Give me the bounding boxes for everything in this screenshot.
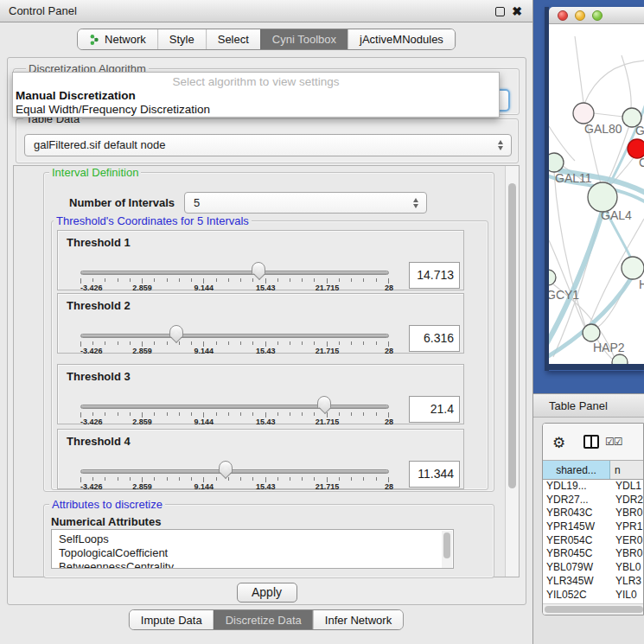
select-columns-icon[interactable]: ☑☑	[605, 436, 622, 448]
cell-name[interactable]: YBR0	[610, 547, 643, 561]
cell-name[interactable]: YLR3	[610, 575, 643, 589]
threshold-slider[interactable]: -3.4262.8599.14415.4321.71528	[80, 231, 389, 290]
slider-handle-icon[interactable]	[169, 325, 183, 338]
algorithm-option-equal-width[interactable]: Equal Width/Frequency Discretization	[13, 103, 499, 117]
algorithm-option-manual[interactable]: Manual Discretization	[13, 89, 499, 103]
tab-label: Discretize Data	[226, 614, 302, 627]
slider-tick-labels: -3.4262.8599.14415.4321.71528	[80, 418, 389, 426]
tick-mark	[191, 341, 192, 345]
cell-shared-name[interactable]: YIL052C	[543, 589, 610, 601]
threshold-slider[interactable]: -3.4262.8599.14415.4321.71528	[80, 430, 389, 488]
apply-button[interactable]: Apply	[237, 583, 297, 603]
cell-name[interactable]: YPR1	[610, 520, 643, 534]
tick-mark	[376, 278, 377, 282]
table-data-select[interactable]: galFiltered.sif default node	[24, 134, 512, 156]
table-horizontal-scrollbar[interactable]	[543, 603, 643, 615]
slider-track[interactable]	[80, 334, 389, 338]
slider-track[interactable]	[80, 469, 389, 474]
threshold-value-field[interactable]: 11.344	[409, 461, 460, 488]
attribute-list-item[interactable]: TopologicalCoefficient	[52, 546, 453, 560]
cell-name[interactable]: YBL0	[610, 561, 643, 575]
table-row[interactable]: YBR043CYBR0	[543, 507, 643, 520]
float-window-icon[interactable]	[495, 7, 505, 16]
cell-name[interactable]: YDR2	[610, 494, 643, 507]
cell-shared-name[interactable]: YLR345W	[543, 575, 610, 589]
cell-name[interactable]: YDL1	[610, 480, 643, 494]
network-node-gal4[interactable]	[588, 182, 617, 212]
split-view-icon[interactable]	[583, 435, 599, 449]
network-node-gal11[interactable]	[549, 153, 564, 172]
network-window[interactable]: GAL80 GA C GAL11 GAL4 GCY1 H HAP2	[545, 7, 644, 371]
table-row[interactable]: YBL079WYBL0	[543, 561, 643, 575]
network-node-gal80[interactable]	[573, 103, 594, 124]
tick-mark	[302, 278, 303, 282]
threshold-slider[interactable]: -3.4262.8599.14415.4321.71528	[80, 365, 389, 424]
cell-shared-name[interactable]: YBL079W	[543, 561, 610, 575]
threshold-value-field[interactable]: 21.4	[409, 396, 460, 423]
tick-mark	[339, 341, 340, 345]
cell-shared-name[interactable]: YBR043C	[543, 507, 610, 520]
slider-handle-icon[interactable]	[219, 461, 233, 474]
cell-shared-name[interactable]: YER054C	[543, 534, 610, 548]
slider-track[interactable]	[80, 405, 389, 409]
zoom-traffic-light-icon[interactable]	[592, 10, 603, 21]
tab-impute-data[interactable]: Impute Data	[130, 610, 214, 629]
cell-name[interactable]: YBR0	[610, 507, 643, 520]
cytoscape-desktop: GAL80 GA C GAL11 GAL4 GCY1 H HAP2	[533, 0, 644, 393]
numerical-attributes-list[interactable]: SelfLoopsTopologicalCoefficientBetweenne…	[51, 529, 454, 569]
table-row[interactable]: YBR045CYBR0	[543, 547, 643, 561]
threshold-slider[interactable]: -3.4262.8599.14415.4321.71528	[80, 294, 389, 353]
tick-mark	[130, 477, 131, 481]
threshold-value-field[interactable]: 14.713	[409, 262, 460, 289]
table-row[interactable]: YER054CYER0	[543, 534, 643, 548]
table-row[interactable]: YDL19...YDL1	[543, 480, 643, 494]
table-row[interactable]: YDR27...YDR2	[543, 494, 643, 507]
settings-scrollbar[interactable]	[505, 166, 519, 577]
close-icon[interactable]: ✖	[510, 0, 524, 22]
settings-gear-icon[interactable]: ⚙	[552, 434, 565, 452]
table-row[interactable]: YIL052CYIL0	[543, 589, 643, 601]
tab-label: Impute Data	[141, 614, 202, 627]
slider-track[interactable]	[80, 271, 389, 275]
network-canvas[interactable]: GAL80 GA C GAL11 GAL4 GCY1 H HAP2	[549, 24, 644, 364]
tab-discretize-data[interactable]: Discretize Data	[214, 610, 313, 629]
cell-name[interactable]: YIL0	[610, 589, 643, 601]
tab-network[interactable]: Network	[78, 29, 157, 49]
tick-mark	[92, 412, 93, 416]
number-of-intervals-select[interactable]: 5	[184, 192, 427, 214]
cell-shared-name[interactable]: YPR145W	[543, 520, 610, 534]
attributes-scrollbar[interactable]	[442, 531, 452, 569]
tick-mark	[363, 278, 364, 282]
tab-cyni-toolbox[interactable]: Cyni Toolbox	[260, 29, 348, 49]
cell-shared-name[interactable]: YBR045C	[543, 547, 610, 561]
network-node-gcy1[interactable]	[549, 270, 556, 285]
tick-mark	[363, 412, 364, 416]
tick-mark	[216, 341, 217, 345]
column-header-shared-name[interactable]: shared...	[543, 461, 610, 479]
network-node-hap2[interactable]	[583, 324, 600, 341]
table-row[interactable]: YLR345WYLR3	[543, 575, 643, 589]
attribute-list-item[interactable]: SelfLoops	[52, 532, 453, 546]
tab-select[interactable]: Select	[206, 29, 260, 49]
minimize-traffic-light-icon[interactable]	[575, 10, 585, 21]
slider-handle-icon[interactable]	[317, 396, 331, 409]
tab-infer-network[interactable]: Infer Network	[313, 610, 403, 629]
tab-style[interactable]: Style	[157, 29, 206, 49]
close-traffic-light-icon[interactable]	[558, 10, 568, 21]
tab-jactivemnodules[interactable]: jActiveMNodules	[348, 29, 455, 49]
slider-handle-icon[interactable]	[252, 262, 265, 275]
cell-shared-name[interactable]: YDR27...	[543, 494, 610, 507]
tick-mark	[314, 412, 315, 416]
column-header-name[interactable]: n	[610, 461, 643, 479]
cell-name[interactable]: YER0	[610, 534, 643, 548]
tick-mark	[314, 341, 315, 345]
table-row[interactable]: YPR145WYPR1	[543, 520, 643, 534]
attribute-list-item[interactable]: BetweennessCentrality	[52, 560, 453, 569]
threshold-value-field[interactable]: 6.316	[409, 325, 460, 352]
tick-mark	[277, 477, 278, 481]
right-side: GAL80 GA C GAL11 GAL4 GCY1 H HAP2	[533, 0, 644, 644]
network-node-h[interactable]	[622, 257, 644, 279]
cell-shared-name[interactable]: YDL19...	[543, 480, 610, 494]
tick-label: 28	[385, 418, 393, 426]
node-label-gal80: GAL80	[584, 122, 622, 136]
